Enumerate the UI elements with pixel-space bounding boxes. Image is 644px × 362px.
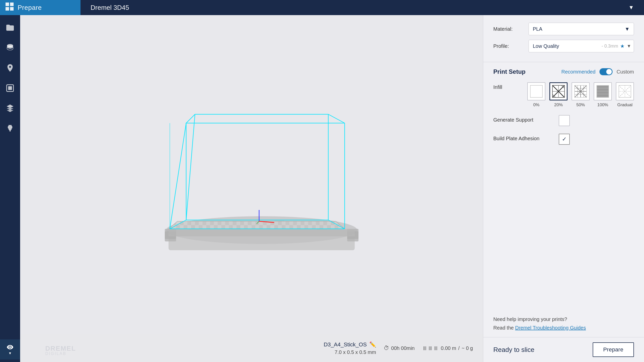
- infill-option-gradual[interactable]: Gradual: [616, 82, 634, 107]
- sidebar-item-folder[interactable]: [0, 18, 20, 38]
- material-select[interactable]: PLA ▼: [529, 23, 634, 35]
- infill-box-100: [594, 82, 612, 100]
- top-bar: Prepare Dremel 3D45 ▼: [0, 0, 644, 15]
- help-section: Need help improving your prints? Read th…: [483, 310, 644, 337]
- time-value: 00h 00min: [391, 345, 415, 351]
- sidebar-item-view[interactable]: ▼: [0, 339, 20, 359]
- print-setup-title: Print Setup: [493, 68, 526, 75]
- 3d-scene: [138, 89, 365, 260]
- app-logo-icon: [5, 2, 14, 13]
- toggle-knob: [606, 69, 612, 75]
- print-setup-section: Print Setup Recommended Custom Infill 0%: [483, 62, 644, 310]
- generate-support-row: Generate Support: [493, 115, 634, 126]
- recommended-custom-toggle[interactable]: [599, 68, 613, 75]
- generate-support-label: Generate Support: [493, 115, 559, 123]
- material-row: Material: PLA ▼: [493, 23, 634, 35]
- profile-chevron-icon: ▼: [627, 44, 631, 49]
- infill-option-0[interactable]: 0%: [527, 82, 545, 107]
- file-info: D3_A4_Stick_OS ✏️ 7.0 x 0.5 x 0.5 mm: [324, 341, 376, 355]
- app-title: Prepare: [18, 4, 42, 12]
- wireframe-box: [170, 114, 345, 229]
- filament-icon: ⫼⫼⫼: [422, 345, 439, 351]
- infill-label-50: 50%: [576, 102, 585, 107]
- material-value: PLA: [533, 26, 542, 32]
- generate-support-checkbox[interactable]: [559, 115, 570, 126]
- file-dimensions: 7.0 x 0.5 x 0.5 mm: [335, 349, 376, 355]
- infill-label: Infill: [493, 82, 527, 90]
- sidebar-bottom: ▼: [0, 339, 20, 359]
- svg-rect-1: [10, 3, 14, 6]
- svg-marker-27: [186, 114, 345, 123]
- svg-rect-0: [6, 3, 9, 6]
- ready-to-slice-section: Ready to slice Prepare: [483, 337, 644, 362]
- printer-section: Dremel 3D45 ▼: [80, 4, 644, 12]
- infill-box-20: [549, 82, 568, 100]
- infill-option-100[interactable]: 100%: [594, 82, 612, 107]
- infill-label-100: 100%: [597, 102, 608, 107]
- infill-label-20: 20%: [554, 102, 563, 107]
- sidebar-item-material1[interactable]: [0, 38, 20, 58]
- svg-point-9: [10, 130, 11, 132]
- svg-line-29: [170, 123, 186, 229]
- svg-rect-8: [8, 86, 12, 90]
- infill-options: 0%: [527, 82, 634, 107]
- build-plate-adhesion-label: Build Plate Adhesion: [493, 134, 559, 141]
- custom-label: Custom: [617, 69, 634, 75]
- app-title-section: Prepare: [0, 0, 80, 15]
- print-setup-header: Print Setup Recommended Custom: [493, 68, 634, 75]
- main-layout: ▼: [0, 15, 644, 362]
- sidebar: ▼: [0, 15, 20, 362]
- ready-to-slice-title: Ready to slice: [493, 346, 534, 354]
- right-panel: Material: PLA ▼ Profile: Low Quality - 0…: [483, 15, 644, 362]
- infill-option-50[interactable]: 50%: [572, 82, 590, 107]
- profile-size: - 0.3mm: [601, 44, 618, 49]
- build-plate-adhesion-row: Build Plate Adhesion ✓: [493, 134, 634, 145]
- svg-rect-3: [10, 7, 14, 11]
- weight-value: ~ 0 g: [462, 345, 473, 351]
- profile-select[interactable]: Low Quality - 0.3mm ★ ▼: [529, 40, 634, 52]
- filament-stat: ⫼⫼⫼ 0.00 m / ~ 0 g: [422, 345, 473, 351]
- edit-file-icon[interactable]: ✏️: [369, 341, 376, 348]
- svg-rect-37: [530, 85, 542, 97]
- profile-value: Low Quality: [533, 43, 599, 49]
- help-text-line1: Need help improving your prints?: [493, 315, 634, 323]
- scene-container: [20, 15, 483, 334]
- sidebar-item-material3[interactable]: [0, 78, 20, 98]
- file-name: D3_A4_Stick_OS: [324, 341, 367, 348]
- printer-name: Dremel 3D45: [91, 4, 129, 12]
- generate-support-checkbox-wrapper: [559, 115, 570, 126]
- build-plate-adhesion-checkbox[interactable]: ✓: [559, 134, 570, 145]
- printer-dropdown-icon[interactable]: ▼: [628, 4, 634, 11]
- bottom-info-bar: D3_A4_Stick_OS ✏️ 7.0 x 0.5 x 0.5 mm ⏱ 0…: [20, 334, 483, 362]
- infill-label-0: 0%: [533, 102, 540, 107]
- profile-star-icon: ★: [620, 43, 625, 49]
- dremel-troubleshooting-link[interactable]: Dremel Troubleshooting Guides: [515, 325, 586, 331]
- time-icon: ⏱: [384, 345, 389, 351]
- infill-box-50: [572, 82, 590, 100]
- material-chevron-icon: ▼: [625, 26, 630, 32]
- printer-settings-section: Material: PLA ▼ Profile: Low Quality - 0…: [483, 15, 644, 62]
- view-chevron-icon: ▼: [8, 351, 12, 355]
- sidebar-item-material2[interactable]: [0, 58, 20, 78]
- profile-row: Profile: Low Quality - 0.3mm ★ ▼: [493, 40, 634, 52]
- svg-marker-23: [169, 221, 345, 229]
- help-text-prefix: Read the: [493, 325, 515, 331]
- sidebar-item-support[interactable]: [0, 98, 20, 118]
- sidebar-item-nozzle[interactable]: [0, 118, 20, 138]
- infill-row: Infill 0%: [493, 82, 634, 107]
- prepare-button[interactable]: Prepare: [593, 342, 634, 357]
- weight-separator: /: [458, 345, 460, 351]
- infill-option-20[interactable]: 20%: [549, 82, 568, 107]
- file-stats: ⏱ 00h 00min ⫼⫼⫼ 0.00 m / ~ 0 g: [384, 345, 473, 351]
- recommended-label: Recommended: [561, 69, 595, 75]
- time-stat: ⏱ 00h 00min: [384, 345, 415, 351]
- svg-line-28: [186, 114, 195, 220]
- profile-label: Profile:: [493, 43, 529, 49]
- file-name-row: D3_A4_Stick_OS ✏️: [324, 341, 376, 348]
- infill-label-gradual: Gradual: [617, 102, 632, 107]
- infill-box-gradual: [616, 82, 634, 100]
- svg-rect-2: [6, 7, 9, 11]
- svg-rect-25: [169, 229, 355, 236]
- viewport: DREMEL DIGILAB D3_A4_Stick_OS ✏️ 7.0 x 0…: [20, 15, 483, 362]
- filament-value: 0.00 m: [441, 345, 456, 351]
